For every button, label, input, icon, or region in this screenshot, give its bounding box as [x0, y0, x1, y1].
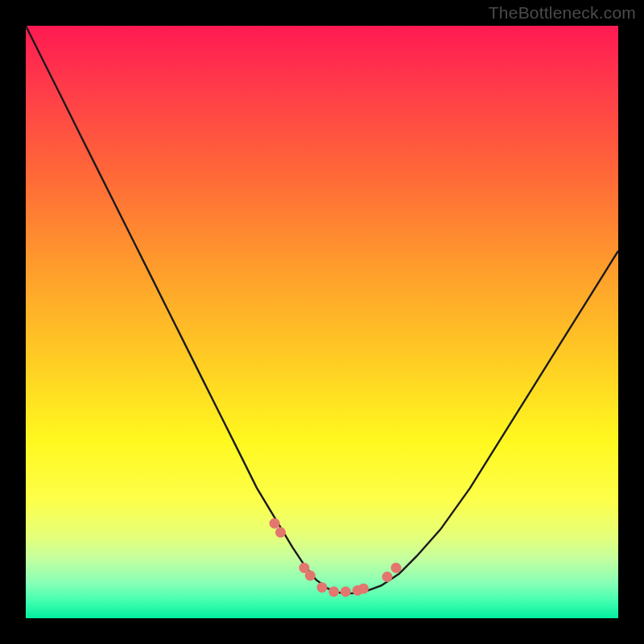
- data-marker: [391, 563, 402, 573]
- watermark-text: TheBottleneck.com: [489, 3, 636, 23]
- data-marker: [270, 518, 280, 529]
- chart-frame: TheBottleneck.com: [0, 0, 644, 644]
- data-marker: [341, 586, 351, 597]
- data-marker: [328, 586, 339, 597]
- plot-area: [26, 26, 618, 618]
- data-marker: [382, 572, 393, 582]
- data-marker: [305, 571, 316, 581]
- bottleneck-curve: [26, 26, 618, 618]
- data-marker: [317, 582, 328, 592]
- data-marker: [358, 584, 369, 594]
- data-marker: [275, 527, 286, 538]
